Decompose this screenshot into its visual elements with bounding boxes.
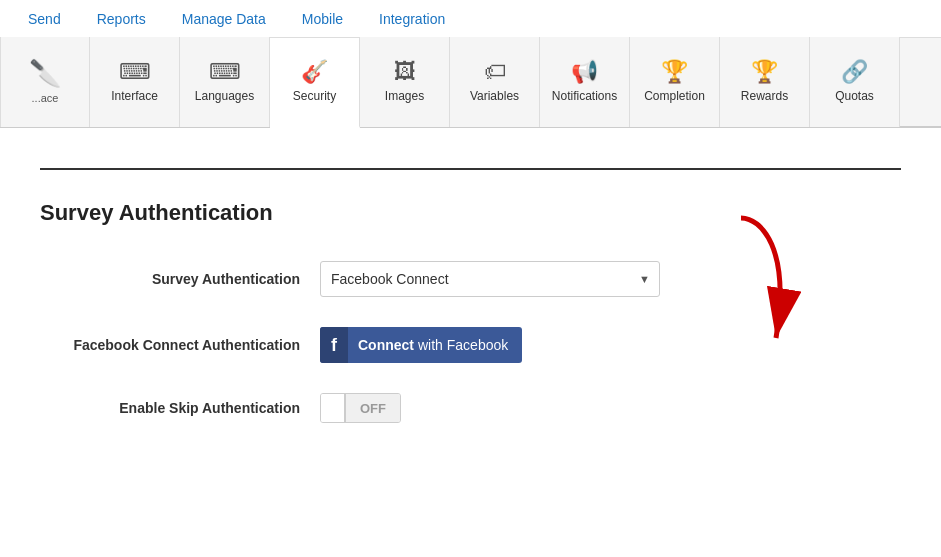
- tab-variables-label: Variables: [470, 89, 519, 103]
- tab-security[interactable]: 🎸 Security: [270, 38, 360, 128]
- toggle-knob: [321, 394, 345, 422]
- tab-rewards-label: Rewards: [741, 89, 788, 103]
- facebook-connect-button[interactable]: f Connect with Facebook: [320, 327, 522, 363]
- tab-quotas[interactable]: 🔗 Quotas: [810, 37, 900, 127]
- tab-quotas-label: Quotas: [835, 89, 874, 103]
- top-nav: Send Reports Manage Data Mobile Integrat…: [0, 0, 941, 38]
- variables-icon: 🏷: [484, 61, 506, 83]
- quotas-icon: 🔗: [841, 61, 868, 83]
- tab-notifications-label: Notifications: [552, 89, 617, 103]
- facebook-label: Facebook Connect Authentication: [40, 337, 320, 353]
- tab-languages-label: Languages: [195, 89, 254, 103]
- nav-integration[interactable]: Integration: [361, 0, 463, 38]
- security-icon: 🎸: [301, 61, 328, 83]
- tab-notifications[interactable]: 📢 Notifications: [540, 37, 630, 127]
- tab-ace[interactable]: 🔪 ...ace: [0, 37, 90, 127]
- tab-interface[interactable]: ⌨ Interface: [90, 37, 180, 127]
- tab-completion-label: Completion: [644, 89, 705, 103]
- nav-manage-data[interactable]: Manage Data: [164, 0, 284, 38]
- completion-icon: 🏆: [661, 61, 688, 83]
- auth-select[interactable]: None Facebook Connect Google Password: [320, 261, 660, 297]
- ace-icon: 🔪: [29, 60, 61, 86]
- notifications-icon: 📢: [571, 61, 598, 83]
- tab-rewards[interactable]: 🏆 Rewards: [720, 37, 810, 127]
- nav-send[interactable]: Send: [10, 0, 79, 38]
- languages-icon: ⌨: [209, 61, 241, 83]
- nav-mobile[interactable]: Mobile: [284, 0, 361, 38]
- auth-select-wrapper: None Facebook Connect Google Password: [320, 261, 660, 297]
- interface-icon: ⌨: [119, 61, 151, 83]
- toggle-off-value: OFF: [345, 394, 400, 422]
- nav-reports[interactable]: Reports: [79, 0, 164, 38]
- auth-label: Survey Authentication: [40, 271, 320, 287]
- main-content: Survey Authentication Survey Authenticat…: [0, 128, 941, 483]
- skip-auth-toggle[interactable]: OFF: [320, 393, 401, 423]
- skip-auth-label: Enable Skip Authentication: [40, 400, 320, 416]
- facebook-button-with: with Facebook: [418, 337, 508, 353]
- rewards-icon: 🏆: [751, 61, 778, 83]
- tab-languages[interactable]: ⌨ Languages: [180, 37, 270, 127]
- tab-ace-label: ...ace: [32, 92, 59, 104]
- tab-completion[interactable]: 🏆 Completion: [630, 37, 720, 127]
- facebook-row: Facebook Connect Authentication f Connec…: [40, 327, 901, 363]
- tab-interface-label: Interface: [111, 89, 158, 103]
- facebook-f-icon: f: [320, 327, 348, 363]
- icon-tab-bar: 🔪 ...ace ⌨ Interface ⌨ Languages 🎸 Secur…: [0, 38, 941, 128]
- skip-auth-row: Enable Skip Authentication OFF: [40, 393, 901, 423]
- page-title: Survey Authentication: [40, 200, 901, 226]
- section-divider: [40, 168, 901, 170]
- auth-row: Survey Authentication None Facebook Conn…: [40, 261, 901, 297]
- tab-variables[interactable]: 🏷 Variables: [450, 37, 540, 127]
- facebook-button-connect: Connect: [358, 337, 414, 353]
- tab-images[interactable]: 🖼 Images: [360, 37, 450, 127]
- images-icon: 🖼: [394, 61, 416, 83]
- tab-security-label: Security: [293, 89, 336, 103]
- tab-images-label: Images: [385, 89, 424, 103]
